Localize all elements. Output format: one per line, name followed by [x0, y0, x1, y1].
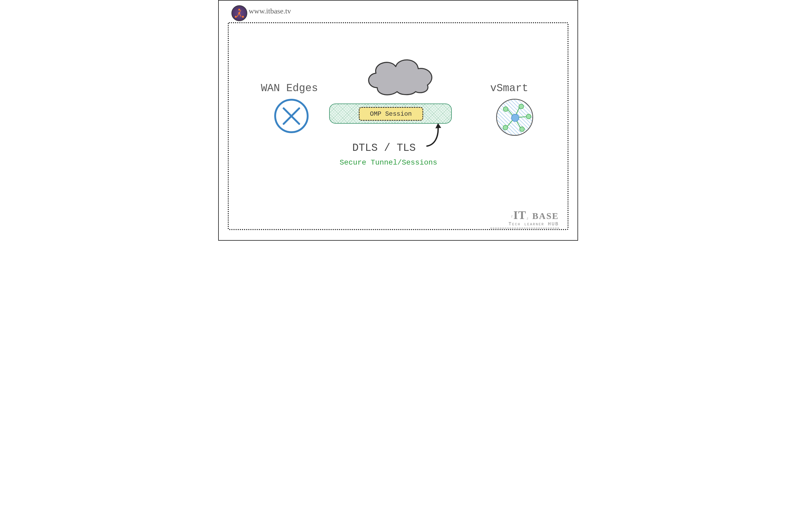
- site-url: www.itbase.tv: [249, 7, 291, 15]
- brand-underline: [490, 228, 559, 228]
- brand-bracket-right: 』: [526, 215, 531, 220]
- brand-it: IT: [513, 209, 526, 222]
- footer-brand: 『IT』BASE Tech learner HUB: [490, 208, 559, 228]
- brand-subtitle: Tech learner HUB: [490, 221, 559, 227]
- secure-tunnel-label: Secure Tunnel/Sessions: [340, 158, 437, 167]
- brand-bracket-left: 『: [509, 215, 513, 220]
- brand-base: BASE: [532, 211, 559, 221]
- dtls-tls-label: DTLS / TLS: [353, 142, 416, 154]
- wan-edges-label: WAN Edges: [261, 82, 318, 94]
- wan-edge-icon: [274, 99, 308, 133]
- cloud-icon: [361, 48, 438, 98]
- vsmart-label: vSmart: [490, 82, 528, 94]
- omp-session-label: OMP Session: [370, 110, 412, 117]
- omp-session-box: OMP Session: [359, 107, 423, 121]
- arrow-icon: [424, 121, 446, 147]
- itbase-logo-icon: [231, 5, 247, 21]
- diagram-canvas: www.itbase.tv WAN Edges OMP Session DTLS…: [218, 0, 578, 241]
- vsmart-icon: [496, 99, 533, 136]
